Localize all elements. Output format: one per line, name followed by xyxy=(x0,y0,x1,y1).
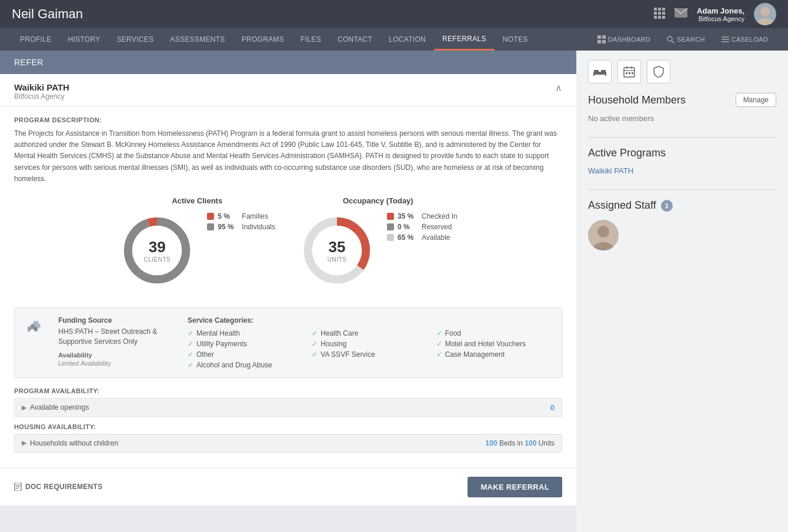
avail-openings-label: Available openings xyxy=(30,403,89,411)
program-desc-label: PROGRAM DESCRIPTION: xyxy=(14,116,562,123)
occupancy-legend: 35 % Checked In 0 % Reserved xyxy=(387,212,458,242)
bed-icon xyxy=(593,68,606,76)
left-content: REFER Waikiki PATH Bitfocus Agency ∧ PRO… xyxy=(0,51,576,532)
calendar-icon-btn[interactable] xyxy=(617,60,641,83)
nav-services[interactable]: SERVICES xyxy=(108,28,162,51)
chevron-right-icon-2: ▶ xyxy=(22,439,26,447)
service-other: ✓ Other xyxy=(188,350,302,359)
housing-availability-section: HOUSING AVAILABILITY: ▶ Households witho… xyxy=(14,423,562,453)
household-section: Household Members Manage No active membe… xyxy=(588,93,776,123)
svg-rect-30 xyxy=(594,70,599,73)
funding-value: HHS:PATH – Street Outreach & Supportive … xyxy=(58,327,176,347)
occupancy-chart: Occupancy (Today) 35 xyxy=(299,196,458,296)
user-agency: Bitfocus Agency xyxy=(697,15,744,22)
check-icon: ✓ xyxy=(188,361,193,369)
sidebar-icons xyxy=(588,60,776,83)
families-dot xyxy=(207,213,214,220)
active-clients-donut: 39 CLIENTS xyxy=(119,212,195,289)
checked-in-label: Checked In xyxy=(422,212,458,220)
main-layout: REFER Waikiki PATH Bitfocus Agency ∧ PRO… xyxy=(0,51,788,532)
nav-programs[interactable]: PROGRAMS xyxy=(233,28,292,51)
check-icon: ✓ xyxy=(436,340,442,348)
svg-rect-2 xyxy=(662,8,665,11)
units-num: 100 xyxy=(525,439,536,447)
service-housing: ✓ Housing xyxy=(312,340,426,348)
nav-files[interactable]: FILES xyxy=(292,28,329,51)
housing-row-label: Households without children xyxy=(30,439,118,447)
svg-rect-39 xyxy=(629,72,630,74)
occupancy-number: 35 xyxy=(328,238,347,256)
beds-num: 100 xyxy=(486,439,497,447)
manage-button[interactable]: Manage xyxy=(736,93,776,107)
svg-rect-0 xyxy=(654,8,657,11)
shield-icon-btn[interactable] xyxy=(647,60,670,83)
chevron-right-icon: ▶ xyxy=(22,404,26,411)
nav-history[interactable]: HISTORY xyxy=(59,28,108,51)
check-icon: ✓ xyxy=(436,329,442,337)
active-program-waikiki[interactable]: Waikiki PATH xyxy=(588,166,776,175)
nav-search[interactable]: SEARCH xyxy=(659,28,713,51)
service-mental-health: ✓ Mental Health xyxy=(188,329,302,337)
svg-point-10 xyxy=(760,7,770,16)
svg-point-16 xyxy=(667,36,672,41)
nav-location[interactable]: LOCATION xyxy=(380,28,434,51)
service-cat-label: Service Categories: xyxy=(188,316,551,324)
refer-label: REFER xyxy=(14,58,44,67)
svg-rect-33 xyxy=(605,73,606,76)
individuals-pct: 95 % xyxy=(218,223,238,231)
nav-referrals[interactable]: REFERRALS xyxy=(434,28,495,51)
service-items: ✓ Mental Health ✓ Health Care ✓ Food ✓ U… xyxy=(188,329,551,369)
right-sidebar: Household Members Manage No active membe… xyxy=(576,51,788,532)
svg-rect-15 xyxy=(602,40,606,44)
service-health-care: ✓ Health Care xyxy=(312,329,426,337)
housing-avail-label: HOUSING AVAILABILITY: xyxy=(14,423,562,430)
active-clients-center: 39 CLIENTS xyxy=(143,238,171,263)
mail-icon[interactable] xyxy=(675,8,687,21)
service-food: ✓ Food xyxy=(436,329,551,337)
svg-rect-3 xyxy=(654,12,657,15)
bed-icon-btn[interactable] xyxy=(588,60,612,83)
svg-rect-4 xyxy=(658,12,661,15)
top-bar-actions: Adam Jones, Bitfocus Agency xyxy=(653,3,776,25)
avatar xyxy=(754,3,776,25)
collapse-button[interactable]: ∧ xyxy=(555,82,562,93)
nav-contact[interactable]: CONTACT xyxy=(329,28,380,51)
program-avail-label: PROGRAM AVAILABILITY: xyxy=(14,387,562,394)
nav-notes[interactable]: NOTES xyxy=(495,28,536,51)
household-title: Household Members xyxy=(588,94,686,106)
calendar-icon xyxy=(623,66,635,78)
make-referral-button[interactable]: MAKE REFERRAL xyxy=(468,477,562,497)
doc-req-section: DOC REQUIREMENTS MAKE REFERRAL xyxy=(0,468,576,506)
program-body: PROGRAM DESCRIPTION: The Projects for As… xyxy=(0,107,576,468)
grid-icon[interactable] xyxy=(653,7,665,22)
puzzle-icon xyxy=(25,319,46,342)
active-clients-number: 39 xyxy=(143,238,171,256)
svg-rect-14 xyxy=(597,40,601,44)
legend-available: 65 % Available xyxy=(387,233,458,242)
legend-individuals: 95 % Individuals xyxy=(207,223,275,231)
nav-dashboard[interactable]: DASHBOARD xyxy=(589,28,659,51)
occupancy-label: UNITS xyxy=(328,256,347,263)
household-header: Household Members Manage xyxy=(588,93,776,107)
check-icon: ✓ xyxy=(312,340,318,348)
shield-icon xyxy=(653,66,664,78)
content-area: Waikiki PATH Bitfocus Agency ∧ PROGRAM D… xyxy=(0,74,576,506)
svg-point-11 xyxy=(757,18,773,25)
reserved-pct: 0 % xyxy=(398,223,418,231)
available-dot xyxy=(387,234,394,241)
program-description: The Projects for Assistance in Transitio… xyxy=(14,128,562,185)
service-categories: Service Categories: ✓ Mental Health ✓ He… xyxy=(188,316,551,369)
active-clients-title: Active Clients xyxy=(172,196,222,205)
legend-reserved: 0 % Reserved xyxy=(387,223,458,231)
housing-avail-row[interactable]: ▶ Households without children 100 Beds i… xyxy=(14,434,562,453)
nav-profile[interactable]: PROFILE xyxy=(12,28,59,51)
staff-avatar-image xyxy=(588,220,619,250)
nav-assessments[interactable]: ASSESSMENTS xyxy=(162,28,233,51)
active-clients-chart: Active Clients 39 xyxy=(119,196,275,296)
reserved-label: Reserved xyxy=(422,223,452,231)
program-title-block: Waikiki PATH Bitfocus Agency xyxy=(14,82,69,101)
program-avail-row[interactable]: ▶ Available openings 0 xyxy=(14,398,562,417)
units-label: Units xyxy=(539,439,555,447)
nav-caseload[interactable]: CASELOAD xyxy=(713,28,776,51)
charts-row: Active Clients 39 xyxy=(14,196,562,296)
